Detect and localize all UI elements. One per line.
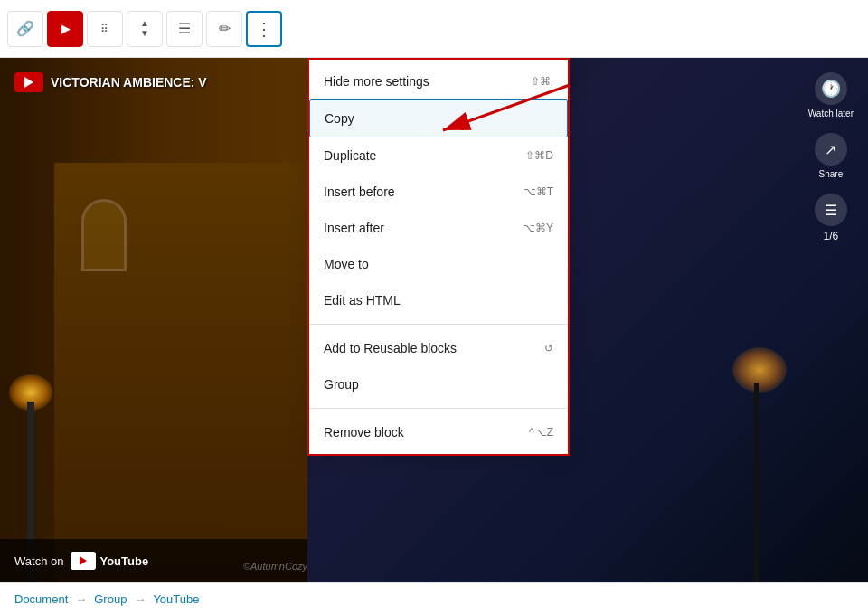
breadcrumb-sep-2: → [134, 592, 146, 606]
menu-item-insert-before[interactable]: Insert before ⌥⌘T [309, 174, 568, 210]
share-icon: ↗ [815, 133, 847, 166]
video-left-section: VICTORIAN AMBIENCE: V Watch on YouTube ©… [0, 58, 307, 582]
menu-group-3: Remove block ^⌥Z [309, 411, 568, 454]
youtube-block-button[interactable]: ▶ [47, 11, 83, 47]
watch-later-button[interactable]: 🕐 Watch later [808, 72, 854, 118]
align-button[interactable]: ☰ [166, 11, 203, 47]
copy-label: Copy [325, 111, 354, 126]
group-label: Group [324, 377, 359, 392]
play-triangle-icon [24, 77, 33, 88]
remove-block-shortcut: ^⌥Z [529, 426, 553, 439]
breadcrumb-youtube[interactable]: YouTube [153, 592, 199, 606]
youtube-logo-bar: YouTube [71, 552, 148, 570]
toolbar: 🔗 ▶ ⠿ ▲▼ ☰ ✏ ⋮ [0, 0, 868, 58]
watch-later-icon: 🕐 [815, 72, 847, 105]
arrow-svg [434, 76, 579, 148]
watch-on-text: Watch on [14, 554, 63, 568]
remove-block-label: Remove block [324, 425, 404, 440]
svg-line-1 [443, 85, 570, 130]
menu-item-remove-block[interactable]: Remove block ^⌥Z [309, 414, 568, 450]
lamp-post-right [754, 383, 760, 582]
menu-group-2: Add to Reusable blocks ↺ Group [309, 326, 568, 406]
add-reusable-icon: ↺ [544, 342, 553, 355]
watch-on-bar: Watch on YouTube ©AutumnCozy [0, 539, 307, 582]
menu-item-insert-after[interactable]: Insert after ⌥⌘Y [309, 210, 568, 246]
edit-html-label: Edit as HTML [324, 293, 401, 308]
arrow-indicator [434, 76, 579, 152]
menu-divider-1 [309, 324, 568, 325]
link-button[interactable]: 🔗 [7, 11, 43, 47]
playlist-button[interactable]: ☰ 1/6 [815, 194, 847, 242]
youtube-logo-icon [71, 552, 96, 570]
pencil-button[interactable]: ✏ [206, 11, 242, 47]
youtube-logo-triangle [80, 556, 87, 565]
main-content: VICTORIAN AMBIENCE: V Watch on YouTube ©… [0, 58, 868, 582]
drag-handle-button[interactable]: ⠿ [87, 11, 123, 47]
youtube-icon: ▶ [61, 23, 70, 35]
pencil-icon: ✏ [219, 20, 231, 37]
youtube-logo-text: YouTube [99, 554, 148, 568]
move-to-label: Move to [324, 257, 369, 271]
share-button[interactable]: ↗ Share [815, 133, 847, 179]
chevron-button[interactable]: ▲▼ [127, 11, 163, 47]
breadcrumb-bar: Document → Group → YouTube [0, 582, 868, 615]
add-reusable-label: Add to Reusable blocks [324, 341, 457, 355]
dots-icon: ⋮ [255, 18, 274, 40]
breadcrumb-sep-1: → [75, 592, 87, 606]
menu-divider-2 [309, 408, 568, 409]
drag-icon: ⠿ [100, 23, 109, 35]
window-arch [81, 199, 127, 271]
page-counter: 1/6 [824, 230, 839, 242]
youtube-small-logo [14, 72, 43, 92]
playlist-icon: ☰ [815, 194, 847, 226]
insert-after-label: Insert after [324, 221, 384, 235]
watermark-text: ©AutumnCozy [243, 561, 307, 572]
align-icon: ☰ [178, 20, 191, 37]
insert-before-label: Insert before [324, 184, 395, 199]
building-decoration [54, 163, 307, 582]
chevron-icon: ▲▼ [140, 19, 149, 38]
insert-before-shortcut: ⌥⌘T [524, 185, 553, 198]
breadcrumb-group[interactable]: Group [94, 592, 127, 606]
breadcrumb-document[interactable]: Document [14, 592, 68, 606]
video-controls-right: 🕐 Watch later ↗ Share ☰ 1/6 [808, 72, 854, 242]
insert-after-shortcut: ⌥⌘Y [523, 222, 553, 234]
menu-item-group[interactable]: Group [309, 366, 568, 402]
menu-item-add-reusable[interactable]: Add to Reusable blocks ↺ [309, 330, 568, 366]
watch-later-label: Watch later [808, 109, 854, 118]
link-icon: 🔗 [16, 20, 34, 37]
video-title: VICTORIAN AMBIENCE: V [51, 75, 207, 90]
menu-item-edit-html[interactable]: Edit as HTML [309, 282, 568, 318]
video-title-overlay: VICTORIAN AMBIENCE: V [14, 72, 207, 92]
lamp-glow-right [732, 347, 787, 393]
more-options-button[interactable]: ⋮ [246, 11, 282, 47]
hide-settings-label: Hide more settings [324, 74, 429, 89]
duplicate-label: Duplicate [324, 148, 376, 163]
menu-item-move-to[interactable]: Move to [309, 246, 568, 282]
share-label: Share [819, 169, 844, 179]
